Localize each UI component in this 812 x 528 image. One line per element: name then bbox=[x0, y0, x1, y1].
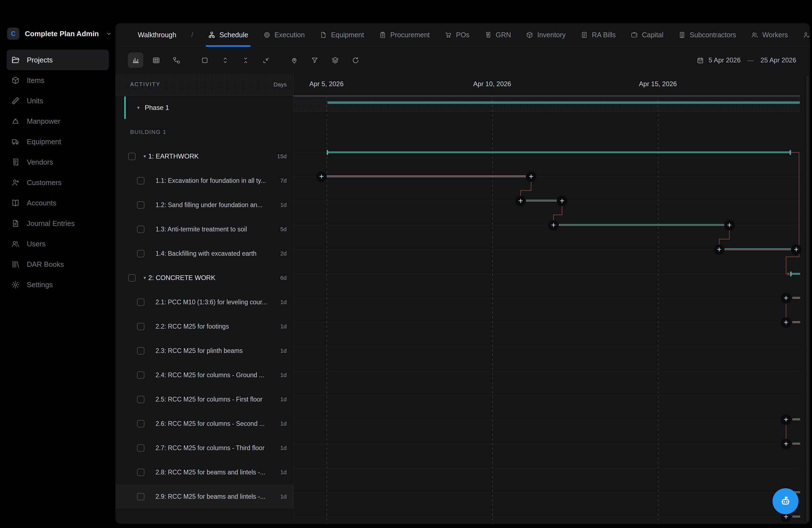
gantt-bar-task[interactable] bbox=[526, 200, 557, 202]
tab-subcontractors[interactable]: Subcontractors bbox=[678, 23, 736, 47]
row-checkbox[interactable] bbox=[137, 177, 144, 185]
add-dependency-button[interactable]: + bbox=[548, 220, 559, 231]
sidebar-item-vendors[interactable]: Vendors bbox=[6, 152, 109, 172]
add-dependency-button[interactable]: + bbox=[724, 220, 735, 231]
row-checkbox[interactable] bbox=[137, 493, 144, 500]
row-checkbox[interactable] bbox=[137, 347, 144, 355]
sidebar-item-journal-entries[interactable]: Journal Entries bbox=[6, 213, 109, 234]
caret-down-icon[interactable]: ▾ bbox=[142, 275, 148, 281]
sidebar-item-dar-books[interactable]: DAR Books bbox=[6, 254, 109, 275]
row-checkbox[interactable] bbox=[137, 225, 144, 233]
add-dependency-button[interactable]: + bbox=[791, 245, 801, 255]
activity-row-phase-1[interactable]: ▾Phase 1 bbox=[115, 96, 293, 120]
fold-button[interactable] bbox=[238, 53, 253, 68]
row-checkbox[interactable] bbox=[128, 153, 135, 160]
workspace-switcher[interactable]: C Complete Plan Admin bbox=[7, 28, 112, 40]
sidebar-item-accounts[interactable]: Accounts bbox=[6, 193, 109, 213]
tab-pos[interactable]: POs bbox=[445, 23, 469, 47]
vertical-scrollbar[interactable] bbox=[806, 76, 809, 521]
row-checkbox[interactable] bbox=[137, 323, 144, 330]
add-dependency-button[interactable]: + bbox=[781, 317, 791, 328]
gantt-bar-task[interactable] bbox=[559, 224, 724, 226]
activity-row-t1-3[interactable]: 1.3: Anti-termite treatment to soil5d bbox=[115, 217, 293, 241]
gantt-bar-task[interactable] bbox=[327, 175, 526, 177]
row-checkbox[interactable] bbox=[137, 201, 144, 209]
add-dependency-button[interactable]: + bbox=[781, 414, 791, 425]
gantt-bar-phase-summary[interactable] bbox=[327, 101, 800, 104]
refresh-button[interactable] bbox=[348, 53, 363, 68]
gantt-button[interactable] bbox=[128, 53, 143, 68]
activity-row-building-1[interactable]: BUILDING 1 bbox=[115, 120, 293, 144]
unfold-button[interactable] bbox=[217, 53, 233, 68]
activity-row-earthwork[interactable]: ▾1: EARTHWORK15d bbox=[115, 144, 293, 168]
sidebar-item-items[interactable]: Items bbox=[6, 70, 109, 91]
activity-row-t2-5[interactable]: 2.5: RCC M25 for columns - First floor1d bbox=[115, 387, 293, 411]
square-button[interactable] bbox=[197, 53, 213, 68]
tab-walkthrough[interactable]: Walkthrough bbox=[138, 23, 176, 47]
row-checkbox[interactable] bbox=[137, 396, 144, 403]
tab-procurement[interactable]: Procurement bbox=[379, 23, 430, 47]
gantt-bar-task-stub[interactable] bbox=[793, 419, 800, 420]
sidebar-item-projects[interactable]: Projects bbox=[6, 50, 109, 70]
pin-button[interactable] bbox=[286, 53, 302, 68]
tab-equipment[interactable]: Equipment bbox=[320, 23, 364, 47]
add-dependency-button[interactable]: + bbox=[714, 245, 724, 255]
flow-button[interactable] bbox=[169, 53, 184, 68]
row-checkbox[interactable] bbox=[128, 274, 135, 282]
gantt-bar-task[interactable] bbox=[724, 248, 791, 250]
add-dependency-button[interactable]: + bbox=[316, 172, 327, 182]
tab-inventory[interactable]: Inventory bbox=[526, 23, 566, 47]
tab-workers[interactable]: Workers bbox=[751, 23, 788, 47]
activity-row-t2-4[interactable]: 2.4: RCC M25 for columns - Ground ...1d bbox=[115, 363, 293, 387]
activity-row-t2-3[interactable]: 2.3: RCC M25 for plinth beams1d bbox=[115, 339, 293, 363]
sidebar-item-users[interactable]: Users bbox=[6, 234, 109, 254]
sidebar-item-manpower[interactable]: Manpower bbox=[6, 111, 109, 131]
layers-button[interactable] bbox=[327, 53, 343, 68]
sidebar-item-customers[interactable]: Customers bbox=[6, 172, 109, 193]
add-dependency-button[interactable]: + bbox=[526, 172, 536, 182]
table-button[interactable] bbox=[148, 53, 164, 68]
gantt-bar-task-stub[interactable] bbox=[793, 321, 800, 323]
activity-row-t2-2[interactable]: 2.2: RCC M25 for footings1d bbox=[115, 314, 293, 339]
activity-row-t1-2[interactable]: 1.2: Sand filling under foundation an...… bbox=[115, 193, 293, 217]
tab-attendance[interactable]: Attendance bbox=[803, 23, 810, 47]
receipt-icon bbox=[484, 31, 492, 39]
activity-row-concrete-work[interactable]: ▾2: CONCRETE WORK6d bbox=[115, 266, 293, 290]
activity-row-t1-4[interactable]: 1.4: Backfilling with excavated earth2d bbox=[115, 241, 293, 266]
gantt-bar-task-stub[interactable] bbox=[793, 297, 800, 299]
row-checkbox[interactable] bbox=[137, 371, 144, 379]
activity-row-t2-6[interactable]: 2.6: RCC M25 for columns - Second ...1d bbox=[115, 411, 293, 436]
add-dependency-button[interactable]: + bbox=[781, 293, 791, 304]
sidebar-item-units[interactable]: Units bbox=[6, 91, 109, 111]
tab-ra-bills[interactable]: RA Bills bbox=[581, 23, 615, 47]
activity-row-t1-1[interactable]: 1.1: Excavation for foundation in all ty… bbox=[115, 168, 293, 193]
tab-grn[interactable]: GRN bbox=[484, 23, 511, 47]
shrink-button[interactable] bbox=[258, 53, 274, 68]
tab-capital[interactable]: Capital bbox=[630, 23, 663, 47]
add-dependency-button[interactable]: + bbox=[557, 196, 567, 206]
tab-schedule[interactable]: Schedule bbox=[208, 23, 248, 47]
row-checkbox[interactable] bbox=[137, 250, 144, 258]
gantt-bar-section-summary[interactable] bbox=[327, 151, 791, 153]
gantt-bar-task-stub[interactable] bbox=[793, 516, 800, 517]
sidebar-item-settings[interactable]: Settings bbox=[6, 275, 109, 295]
add-dependency-button[interactable]: + bbox=[516, 196, 526, 206]
add-dependency-button[interactable]: + bbox=[781, 439, 791, 449]
caret-down-icon[interactable]: ▾ bbox=[135, 105, 141, 111]
caret-down-icon[interactable]: ▾ bbox=[142, 153, 148, 159]
sidebar-item-equipment[interactable]: Equipment bbox=[6, 131, 109, 152]
row-checkbox[interactable] bbox=[137, 444, 144, 452]
row-checkbox[interactable] bbox=[137, 298, 144, 306]
date-range-picker[interactable]: 5 Apr 2026 — 25 Apr 2026 bbox=[697, 56, 796, 64]
row-checkbox[interactable] bbox=[137, 469, 144, 476]
gantt-bar-task-stub[interactable] bbox=[793, 443, 800, 444]
row-checkbox[interactable] bbox=[137, 420, 144, 427]
activity-row-t2-8[interactable]: 2.8: RCC M25 for beams and lintels -...1… bbox=[115, 460, 293, 484]
tab-execution[interactable]: Execution bbox=[263, 23, 305, 47]
ai-assistant-fab[interactable] bbox=[772, 488, 798, 514]
activity-row-t2-9[interactable]: 2.9: RCC M25 for beams and lintels -...1… bbox=[115, 484, 293, 509]
activity-row-t2-7[interactable]: 2.7: RCC M25 for columns - Third floor1d bbox=[115, 436, 293, 460]
activity-row-t2-1[interactable]: 2.1: PCC M10 (1:3:6) for leveling cour..… bbox=[115, 290, 293, 314]
gantt-bar-section-summary[interactable] bbox=[791, 273, 800, 275]
filter-button[interactable] bbox=[307, 53, 322, 68]
